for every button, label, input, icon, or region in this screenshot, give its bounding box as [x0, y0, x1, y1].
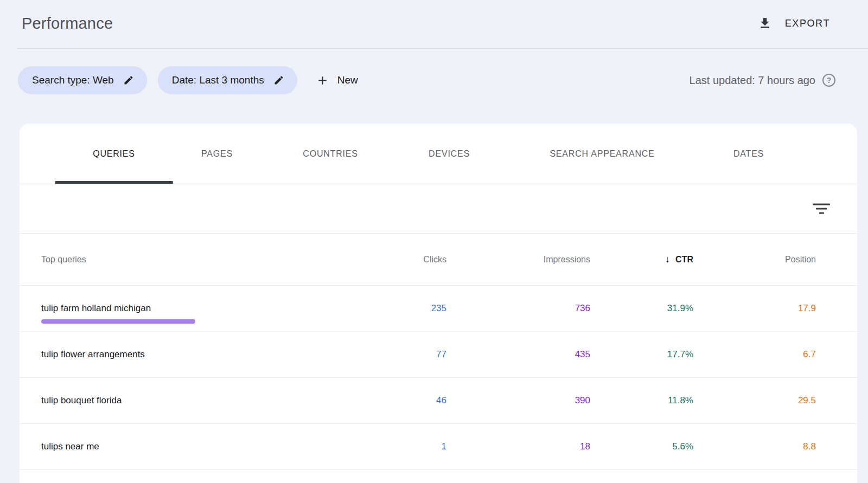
column-header-impressions[interactable]: Impressions — [446, 255, 590, 265]
last-updated: Last updated: 7 hours ago ? — [690, 74, 835, 87]
edit-pencil-icon — [273, 75, 284, 86]
table-row[interactable]: tulip farm holland michigan 235 736 31.9… — [20, 286, 857, 332]
impressions-cell: 435 — [446, 349, 590, 360]
filter-icon — [813, 204, 830, 214]
performance-page: Performance EXPORT Search type: Web Date… — [0, 0, 868, 483]
clicks-cell: 46 — [376, 395, 446, 406]
tab-countries[interactable]: COUNTRIES — [303, 124, 358, 184]
table-body: tulip farm holland michigan 235 736 31.9… — [20, 286, 857, 470]
filter-chip-date[interactable]: Date: Last 3 months — [158, 66, 297, 94]
table-row[interactable]: tulips near me 1 18 5.6% 8.8 — [20, 424, 857, 470]
page-header: Performance EXPORT — [0, 0, 868, 41]
last-updated-text: Last updated: 7 hours ago — [690, 74, 815, 87]
report-tabs: QUERIES PAGES COUNTRIES DEVICES SEARCH A… — [20, 124, 857, 184]
tab-pages[interactable]: PAGES — [201, 124, 233, 184]
query-text: tulips near me — [41, 441, 99, 452]
help-circle-icon[interactable]: ? — [822, 74, 835, 87]
clicks-cell: 77 — [376, 349, 446, 360]
plus-icon — [316, 74, 329, 87]
filter-rows-button[interactable] — [809, 201, 833, 217]
new-filter-button[interactable]: New — [316, 74, 358, 87]
query-cell: tulip bouquet florida — [41, 378, 376, 423]
tab-search-appearance[interactable]: SEARCH APPEARANCE — [550, 124, 654, 184]
query-cell: tulip farm holland michigan — [41, 286, 376, 331]
download-icon — [758, 16, 772, 30]
column-header-clicks[interactable]: Clicks — [376, 255, 446, 265]
query-cell: tulip flower arrangements — [41, 332, 376, 377]
column-header-top-queries[interactable]: Top queries — [41, 255, 376, 265]
query-text: tulip bouquet florida — [41, 395, 122, 406]
filter-chip-label: Date: Last 3 months — [172, 74, 264, 86]
position-cell: 6.7 — [693, 349, 816, 360]
filter-chip-search-type[interactable]: Search type: Web — [18, 66, 147, 94]
export-label: EXPORT — [785, 18, 830, 29]
query-cell: tulips near me — [41, 424, 376, 469]
ctr-cell: 17.7% — [590, 349, 693, 360]
table-row[interactable]: tulip bouquet florida 46 390 11.8% 29.5 — [20, 378, 857, 424]
filter-bar: Search type: Web Date: Last 3 months New… — [0, 66, 868, 94]
filter-chip-label: Search type: Web — [32, 74, 114, 86]
tab-devices[interactable]: DEVICES — [429, 124, 470, 184]
ctr-cell: 11.8% — [590, 395, 693, 406]
ctr-cell: 5.6% — [590, 441, 693, 452]
filter-chips: Search type: Web Date: Last 3 months — [18, 66, 308, 94]
position-cell: 8.8 — [693, 441, 816, 452]
ctr-header-label: CTR — [675, 255, 693, 264]
report-card: QUERIES PAGES COUNTRIES DEVICES SEARCH A… — [20, 124, 857, 483]
column-header-ctr[interactable]: ↓CTR — [590, 254, 693, 265]
clicks-cell: 1 — [376, 441, 446, 452]
page-title: Performance — [22, 15, 113, 33]
query-text: tulip flower arrangements — [41, 349, 145, 360]
impressions-cell: 390 — [446, 395, 590, 406]
position-cell: 17.9 — [693, 303, 816, 314]
highlight-underline — [41, 319, 195, 324]
table-row[interactable]: tulip flower arrangements 77 435 17.7% 6… — [20, 332, 857, 378]
export-button[interactable]: EXPORT — [758, 16, 830, 30]
table-toolbar — [20, 184, 857, 234]
query-text: tulip farm holland michigan — [41, 303, 151, 314]
edit-pencil-icon — [123, 75, 134, 86]
clicks-cell: 235 — [376, 303, 446, 314]
tab-dates[interactable]: DATES — [733, 124, 764, 184]
impressions-cell: 18 — [446, 441, 590, 452]
ctr-cell: 31.9% — [590, 303, 693, 314]
column-header-position[interactable]: Position — [693, 255, 816, 265]
impressions-cell: 736 — [446, 303, 590, 314]
new-filter-label: New — [337, 74, 358, 86]
position-cell: 29.5 — [693, 395, 816, 406]
tab-queries[interactable]: QUERIES — [93, 124, 135, 184]
arrow-down-icon: ↓ — [665, 254, 670, 265]
table-header-row: Top queries Clicks Impressions ↓CTR Posi… — [20, 234, 857, 286]
header-divider — [18, 48, 868, 49]
